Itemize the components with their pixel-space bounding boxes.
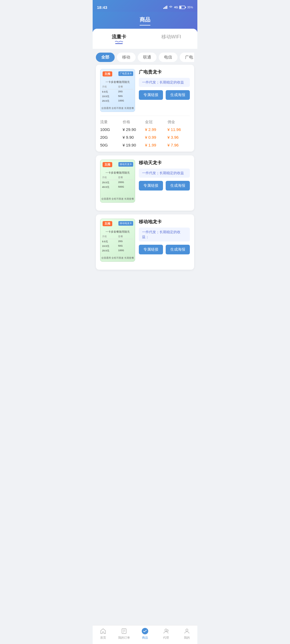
product-card-yidong-tianlong: 主推 移动天龙卡 一卡多套餐随用随充 月租 套餐 29.9元 200G 49.9… (96, 155, 194, 211)
gold-2: ¥ 0.99 (145, 135, 168, 140)
flow-3: 50G (100, 143, 123, 147)
card-badge-3: 主推 (103, 221, 112, 226)
svg-rect-3 (166, 6, 167, 9)
nav-orders-label: 我的订单 (118, 636, 130, 640)
filter-liantong[interactable]: 联通 (138, 53, 157, 62)
svg-rect-6 (179, 6, 181, 8)
product-card-guangdian-guilong: 主推 广电贵龙卡 一卡多套餐随用随充 月租 套餐 9.9元 20G 19.9元 … (96, 65, 194, 152)
col-gold: 金冠 (145, 120, 168, 125)
agent-icon (162, 628, 169, 635)
commission-3: ¥ 7.96 (168, 143, 190, 147)
card-image-guangdian: 主推 广电贵龙卡 一卡多套餐随用随充 月租 套餐 9.9元 20G 19.9元 … (100, 69, 135, 112)
main-tabs: 流量卡 移动WIFI (93, 29, 197, 49)
card-info-3: 移动地龙卡 一件代发；长期稳定的收益； 专属链接 生成海报 (139, 219, 190, 262)
content-area: 全部 移动 联通 电信 广电 主推 广电贵龙卡 一卡多套餐随用随充 月租 套餐 … (93, 49, 197, 291)
card-badge-2: 主推 (103, 162, 112, 167)
status-icons: 4G 35% (163, 6, 193, 9)
btn-poster-3[interactable]: 生成海报 (166, 245, 190, 254)
squiggle-decoration (115, 41, 123, 42)
gold-1: ¥ 2.99 (145, 127, 168, 132)
svg-point-14 (186, 629, 188, 631)
price-row-2: 20G ¥ 9.90 ¥ 0.99 ¥ 3.96 (100, 135, 190, 140)
btn-poster-2[interactable]: 生成海报 (166, 181, 190, 191)
page-title: 商品 (93, 16, 197, 23)
nav-products-label: 商品 (142, 636, 148, 640)
flow-2: 20G (100, 135, 123, 140)
flow-1: 100G (100, 127, 123, 132)
col-price: 价格 (123, 120, 145, 125)
price-row-3: 50G ¥ 19.90 ¥ 1.99 ¥ 7.96 (100, 143, 190, 147)
card-header: 主推 广电贵龙卡 一卡多套餐随用随充 月租 套餐 9.9元 20G 19.9元 … (100, 69, 190, 112)
card-actions: 专属链接 生成海报 (139, 90, 190, 100)
orders-icon (121, 628, 128, 635)
btn-exclusive-link-3[interactable]: 专属链接 (139, 245, 163, 254)
nav-agent-label: 代理 (163, 636, 169, 640)
products-icon (142, 628, 148, 635)
price-1: ¥ 29.90 (123, 127, 145, 132)
filter-all[interactable]: 全部 (96, 53, 115, 62)
nav-mine-label: 我的 (184, 636, 190, 640)
tab-wifi[interactable]: 移动WIFI (145, 29, 197, 49)
card-bottom-text: 全国通用 全程不限速 长期套餐 (100, 107, 135, 110)
filter-guangdian[interactable]: 广电 (180, 53, 194, 62)
nav-agent[interactable]: 代理 (155, 628, 176, 640)
card-image-yidong-di: 主推 移动地龙卡 一卡多套餐随用随充 月租 套餐 9.9元 20G 19.9元 … (100, 219, 135, 262)
card-title-3: 移动地龙卡 (139, 219, 190, 225)
header-underline (140, 25, 150, 25)
home-icon (100, 628, 107, 635)
status-bar: 18:43 4G 35% (93, 0, 197, 12)
card-title-2: 移动天龙卡 (139, 160, 190, 166)
price-row-1: 100G ¥ 29.90 ¥ 2.99 ¥ 11.96 (100, 127, 190, 132)
nav-orders[interactable]: 我的订单 (114, 628, 135, 640)
card-image-yidong-tian: 主推 移动天龙卡 一卡多套餐随用随充 月租 套餐 29.9元 200G 49.9… (100, 160, 135, 203)
card-actions-3: 专属链接 生成海报 (139, 245, 190, 254)
network-type: 4G (174, 6, 178, 9)
card-header-2: 主推 移动天龙卡 一卡多套餐随用随充 月租 套餐 29.9元 200G 49.9… (100, 160, 190, 203)
nav-products[interactable]: 商品 (135, 628, 155, 640)
price-2: ¥ 9.90 (123, 135, 145, 140)
bottom-nav: 首页 我的订单 商品 代理 (93, 625, 197, 644)
wifi-icon (169, 6, 173, 9)
card-type-label-3: 移动地龙卡 (118, 221, 133, 226)
filter-tabs: 全部 移动 联通 电信 广电 (96, 49, 194, 65)
card-title: 广电贵龙卡 (139, 69, 190, 75)
card-desc-2: 一件代发；长期稳定的收益 (139, 169, 190, 178)
filter-yidong[interactable]: 移动 (117, 53, 136, 62)
price-table-header: 流量 价格 金冠 佣金 (100, 120, 190, 125)
nav-home-label: 首页 (100, 636, 106, 640)
card-actions-2: 专属链接 生成海报 (139, 181, 190, 191)
col-flow: 流量 (100, 120, 123, 125)
status-time: 18:43 (97, 5, 107, 10)
svg-rect-1 (164, 7, 165, 9)
btn-exclusive-link-1[interactable]: 专属链接 (139, 90, 163, 100)
card-badge: 主推 (103, 71, 112, 76)
card-info: 广电贵龙卡 一件代发；长期稳定的收益 专属链接 生成海报 (139, 69, 190, 112)
tab-liuliang[interactable]: 流量卡 (93, 29, 145, 49)
card-header-3: 主推 移动地龙卡 一卡多套餐随用随充 月租 套餐 9.9元 20G 19.9元 … (100, 219, 190, 262)
card-info-2: 移动天龙卡 一件代发；长期稳定的收益 专属链接 生成海报 (139, 160, 190, 203)
btn-poster-1[interactable]: 生成海报 (166, 90, 190, 100)
commission-2: ¥ 3.96 (168, 135, 190, 140)
card-bottom-text-3: 全国通用 全程不限速 长期套餐 (100, 256, 135, 260)
battery-percent: 35% (187, 6, 193, 9)
commission-1: ¥ 11.96 (168, 127, 190, 132)
mine-icon (183, 628, 190, 635)
col-commission: 佣金 (168, 120, 190, 125)
card-desc-3: 一件代发；长期稳定的收益； (139, 228, 190, 241)
filter-dianxin[interactable]: 电信 (159, 53, 177, 62)
svg-rect-0 (163, 8, 164, 9)
nav-home[interactable]: 首页 (93, 628, 114, 640)
card-type-label-2: 移动天龙卡 (118, 162, 133, 167)
svg-rect-2 (165, 6, 166, 9)
svg-rect-5 (185, 7, 186, 8)
gold-3: ¥ 1.99 (145, 143, 168, 147)
battery-icon (179, 6, 186, 9)
price-3: ¥ 19.90 (123, 143, 145, 147)
price-table: 流量 价格 金冠 佣金 100G ¥ 29.90 ¥ 2.99 ¥ 11.96 … (100, 116, 190, 147)
nav-mine[interactable]: 我的 (176, 628, 197, 640)
card-desc: 一件代发；长期稳定的收益 (139, 78, 190, 87)
signal-icon (163, 6, 168, 9)
product-card-yidong-dilong: 主推 移动地龙卡 一卡多套餐随用随充 月租 套餐 9.9元 20G 19.9元 … (96, 214, 194, 270)
card-type-label: 广电贵龙卡 (118, 71, 133, 76)
btn-exclusive-link-2[interactable]: 专属链接 (139, 181, 163, 191)
